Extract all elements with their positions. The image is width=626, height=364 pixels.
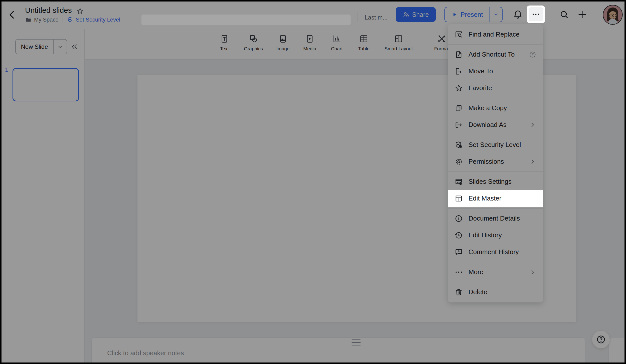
app-window: Untitled slides My Space Set Security Le… bbox=[0, 0, 626, 364]
highlighted-pill bbox=[141, 15, 351, 25]
edit-master-icon bbox=[454, 194, 463, 203]
ellipsis-icon bbox=[532, 10, 540, 19]
tutorial-dim-overlay bbox=[0, 0, 626, 364]
more-options-button[interactable] bbox=[529, 7, 543, 21]
menu-label: Edit Master bbox=[468, 195, 502, 202]
more-options-spotlight bbox=[527, 6, 545, 23]
menu-item-edit-master[interactable]: Edit Master bbox=[448, 190, 543, 207]
